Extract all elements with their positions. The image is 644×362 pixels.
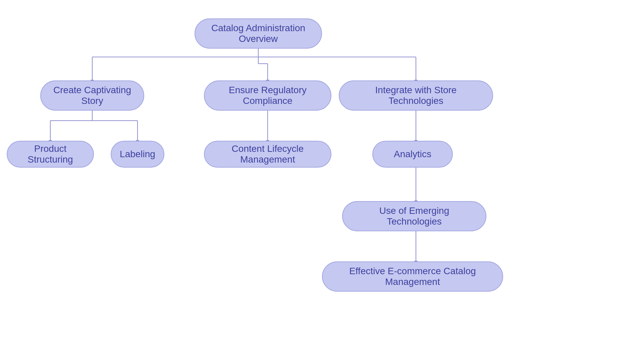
node-lifecycle: Content Lifecycle Management	[204, 141, 331, 168]
node-compliance: Ensure Regulatory Compliance	[204, 80, 331, 111]
node-emerging: Use of Emerging Technologies	[342, 201, 486, 231]
node-labeling-label: Labeling	[120, 149, 155, 160]
node-labeling: Labeling	[111, 141, 164, 168]
node-compliance-label: Ensure Regulatory Compliance	[215, 85, 320, 106]
node-analytics-label: Analytics	[394, 149, 431, 160]
node-root: Catalog Administration Overview	[195, 18, 322, 49]
node-structuring: Product Structuring	[7, 141, 94, 168]
node-analytics: Analytics	[372, 141, 453, 168]
node-lifecycle-label: Content Lifecycle Management	[215, 143, 320, 165]
node-ecommerce-label: Effective E-commerce Catalog Management	[333, 266, 492, 287]
node-integrate: Integrate with Store Technologies	[339, 80, 493, 111]
node-story: Create Captivating Story	[40, 80, 144, 111]
diagram-container: Catalog Administration Overview Create C…	[0, 0, 644, 362]
node-root-label: Catalog Administration Overview	[206, 23, 311, 44]
node-structuring-label: Product Structuring	[18, 143, 83, 165]
connector-lines	[0, 0, 644, 362]
node-emerging-label: Use of Emerging Technologies	[354, 205, 475, 227]
node-story-label: Create Captivating Story	[52, 85, 133, 106]
node-ecommerce: Effective E-commerce Catalog Management	[322, 261, 503, 292]
node-integrate-label: Integrate with Store Technologies	[350, 85, 482, 106]
